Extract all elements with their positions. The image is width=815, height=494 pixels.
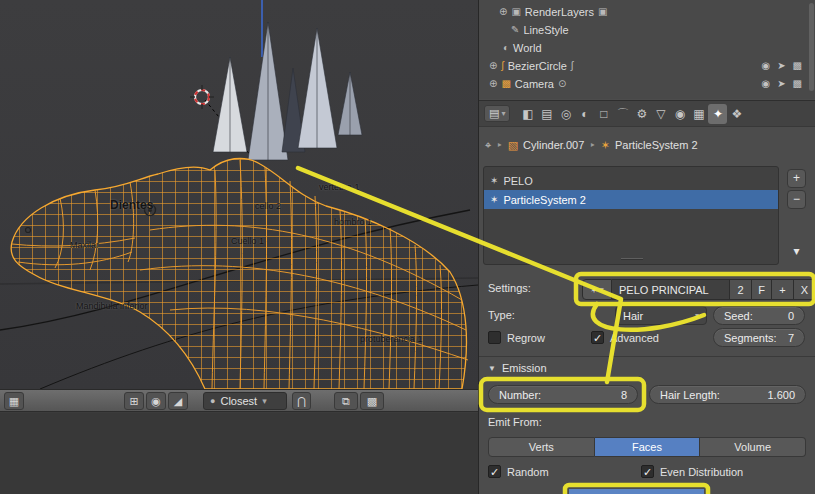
volume-button[interactable]: Volume: [700, 437, 806, 457]
pivot-icon-button[interactable]: ⊞: [124, 392, 144, 410]
tab-scene[interactable]: ◎: [556, 104, 575, 124]
users-count-button[interactable]: 2: [730, 279, 752, 300]
outliner-restrict-icons: ◉ ➤ ▩: [761, 75, 802, 92]
seed-stepper[interactable]: Seed: 0: [713, 306, 805, 325]
outliner-item-label[interactable]: World: [513, 42, 542, 54]
bone-label: hombro 1: [334, 217, 372, 227]
list-resize-grip[interactable]: [621, 258, 643, 260]
render-opengl-button[interactable]: ⧉: [334, 392, 358, 410]
type-value: Hair: [623, 310, 643, 322]
outliner-restrict-icons: ◉ ➤ ▩: [761, 57, 802, 74]
particles-icon: ✦: [713, 107, 723, 121]
render-icon: ◧: [522, 107, 533, 121]
advanced-checkbox[interactable]: ✓: [591, 331, 604, 344]
tab-world[interactable]: ◐: [575, 104, 594, 124]
expand-icon[interactable]: ⊕: [489, 78, 497, 89]
editor-type-button[interactable]: ▦: [4, 392, 24, 410]
render-restrict-icon[interactable]: ▩: [793, 78, 802, 89]
3d-cursor: [190, 85, 214, 109]
outliner-item-label[interactable]: LineStyle: [523, 24, 568, 36]
properties-editor-selector[interactable]: ▤ ▾: [484, 105, 510, 122]
type-dropdown[interactable]: Hair ▾: [615, 306, 707, 325]
bone-label: vertebra 1: [319, 182, 360, 192]
add-particle-system-button[interactable]: +: [787, 169, 806, 188]
eye-icon[interactable]: ◉: [761, 78, 770, 89]
lower-editor-area: [0, 413, 478, 494]
outliner-row[interactable]: ✎ LineStyle: [479, 21, 804, 38]
tab-physics[interactable]: ❖: [727, 104, 746, 124]
outliner-row[interactable]: ⊕ ʃ BezierCircle ʃ: [479, 57, 804, 74]
even-distribution-label: Even Distribution: [660, 466, 743, 478]
regrow-checkbox[interactable]: [488, 331, 501, 344]
outliner-row[interactable]: ⊕ ▩ Camera ⊙: [479, 75, 804, 92]
properties-panel: ⊕ ▣ RenderLayers ▣ ✎ LineStyle ◐ World ⊕…: [478, 0, 815, 494]
outliner-row[interactable]: ◐ World: [479, 39, 804, 56]
cursor-arrow-icon[interactable]: ➤: [777, 78, 785, 89]
pin-icon[interactable]: ⌖: [485, 139, 491, 152]
browse-settings-button[interactable]: ✶ ▾: [582, 279, 612, 300]
snap-toggle-button[interactable]: ◢: [168, 392, 188, 410]
outliner-item-label[interactable]: RenderLayers: [525, 6, 594, 18]
render-restrict-icon[interactable]: ▩: [793, 60, 802, 71]
breadcrumb-object-name[interactable]: Cylinder.007: [523, 139, 584, 151]
tab-texture[interactable]: ▦: [689, 104, 708, 124]
chevron-down-icon: ▾: [600, 285, 604, 294]
settings-label: Settings:: [488, 282, 531, 294]
tab-render-layers[interactable]: ▤: [537, 104, 556, 124]
snap-element-value: Closest: [220, 395, 257, 407]
3d-viewport[interactable]: Dientes Maxilar Mandibula inferior Cuell…: [0, 0, 478, 389]
expand-icon[interactable]: ⊕: [489, 60, 497, 71]
snap-element-dropdown[interactable]: ● Closest ▾: [203, 392, 287, 410]
list-item-selected[interactable]: ✶ ParticleSystem 2: [484, 190, 778, 209]
remove-particle-system-button[interactable]: −: [787, 190, 806, 209]
render-opengl-anim-button[interactable]: ▩: [360, 392, 384, 410]
emission-panel-header[interactable]: ▼ Emission: [488, 362, 547, 374]
settings-name-field[interactable]: PELO PRINCIPAL: [612, 279, 730, 300]
outliner-scrollbar[interactable]: [809, 3, 814, 91]
tab-modifiers[interactable]: ⚙: [632, 104, 651, 124]
fake-user-button[interactable]: F: [752, 279, 772, 300]
curve-icon: ʃ: [501, 60, 503, 71]
tab-object-data[interactable]: ▽: [651, 104, 670, 124]
number-stepper[interactable]: Number: 8: [488, 385, 638, 404]
specials-menu-button[interactable]: ▾: [787, 243, 806, 262]
tab-object[interactable]: □: [594, 104, 613, 124]
new-settings-button[interactable]: +: [772, 279, 794, 300]
tab-material[interactable]: ◉: [670, 104, 689, 124]
list-item[interactable]: ✶ PELO: [484, 171, 778, 190]
tab-render[interactable]: ◧: [518, 104, 537, 124]
magnet-icon-button[interactable]: ⋂: [292, 392, 311, 410]
particles-icon: ✶: [601, 139, 610, 152]
world-icon: ◐: [581, 107, 588, 121]
regrow-checkbox-row[interactable]: Regrow: [488, 331, 545, 344]
breadcrumb: ⌖ ‣ ▧ Cylinder.007 ‣ ✶ ParticleSystem 2: [485, 134, 698, 156]
object-icon: □: [600, 107, 607, 121]
outliner-row[interactable]: ⊕ ▣ RenderLayers ▣: [479, 3, 804, 20]
even-distribution-checkbox[interactable]: ✓: [641, 465, 654, 478]
outliner-item-label[interactable]: Camera: [515, 78, 554, 90]
tab-constraints[interactable]: ⌒: [613, 104, 632, 124]
cursor-arrow-icon[interactable]: ➤: [777, 60, 785, 71]
constraints-icon: ⌒: [617, 107, 629, 121]
hair-length-stepper[interactable]: Hair Length: 1.600: [649, 385, 806, 404]
linestyle-icon: ✎: [511, 24, 519, 35]
seed-value: 0: [788, 310, 794, 322]
random-label: Random: [507, 466, 549, 478]
unlink-settings-button[interactable]: X: [794, 279, 815, 300]
even-distribution-checkbox-row[interactable]: ✓ Even Distribution: [641, 465, 743, 478]
advanced-checkbox-row[interactable]: ✓ Advanced: [591, 331, 659, 344]
verts-button[interactable]: Verts: [488, 437, 595, 457]
outliner-item-label[interactable]: BezierCircle: [508, 60, 567, 72]
tab-particles[interactable]: ✦: [708, 104, 727, 124]
manipulator-icon-button[interactable]: ◉: [146, 392, 166, 410]
eye-icon[interactable]: ◉: [761, 60, 770, 71]
texture-icon: ▦: [693, 107, 704, 121]
random-checkbox-row[interactable]: ✓ Random: [488, 465, 549, 478]
emit-from-segmented-buttons: Verts Faces Volume: [488, 437, 806, 457]
mesh-data-icon: ▽: [656, 107, 665, 121]
random-checkbox[interactable]: ✓: [488, 465, 501, 478]
segments-stepper[interactable]: Segments: 7: [713, 328, 805, 347]
faces-button[interactable]: Faces: [595, 437, 701, 457]
expand-icon[interactable]: ⊕: [499, 6, 507, 17]
breadcrumb-particle-system[interactable]: ParticleSystem 2: [615, 139, 698, 151]
